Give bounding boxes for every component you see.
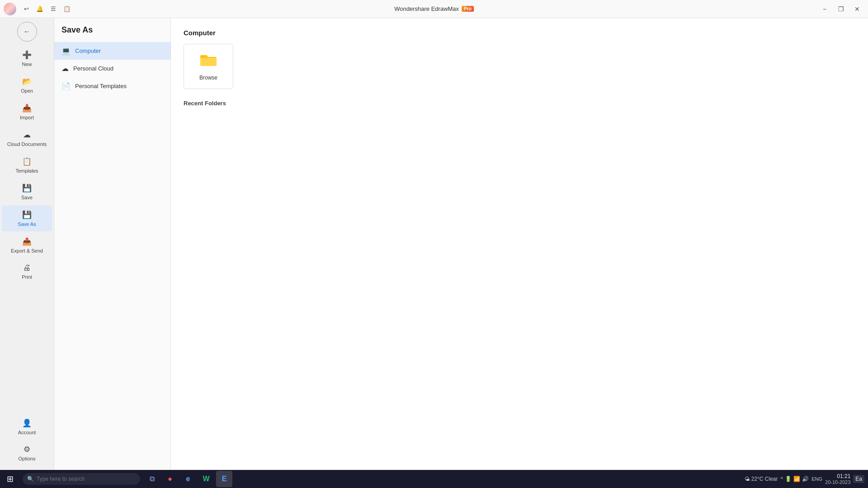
taskbar: ⊞ 🔍 ⧉ ● e W E 🌤 22°C Clear ^ 🔋 📶 🔊 ENG 0… xyxy=(0,470,868,488)
pro-badge: Pro xyxy=(462,6,474,12)
clock-time: 01:21 xyxy=(825,473,850,479)
main-content: Computer Browse Recent Folders xyxy=(171,18,868,470)
sidebar-label-export: Export & Send xyxy=(11,248,43,253)
print-icon: 🖨 xyxy=(23,263,31,272)
import-icon: 📥 xyxy=(22,103,32,113)
tray-chevron-icon[interactable]: ^ xyxy=(781,476,783,482)
save-icon: 💾 xyxy=(22,183,32,193)
close-button[interactable]: ✕ xyxy=(850,2,864,16)
word-button[interactable]: W xyxy=(198,471,214,487)
export-icon: 📤 xyxy=(22,237,32,246)
sidebar-item-import[interactable]: 📥 Import xyxy=(2,99,52,125)
search-input[interactable] xyxy=(37,476,127,482)
sidebar-item-options[interactable]: ⚙ Options xyxy=(2,440,52,466)
browse-card[interactable]: Browse xyxy=(184,44,233,89)
app-title-area: Wondershare EdrawMax Pro xyxy=(394,5,474,12)
sidebar-bottom: 👤 Account ⚙ Options xyxy=(0,413,54,466)
sidebar-item-new[interactable]: ➕ New xyxy=(2,46,52,71)
save-as-title: Save As xyxy=(54,25,170,42)
sidebar-label-import: Import xyxy=(20,115,34,120)
bell-icon[interactable]: 🔔 xyxy=(33,3,46,15)
sidebar-item-save[interactable]: 💾 Save xyxy=(2,179,52,205)
sidebar-label-save: Save xyxy=(21,195,33,200)
sidebar-label-open: Open xyxy=(21,88,33,94)
network-icon[interactable]: 📶 xyxy=(793,476,800,482)
sidebar-item-templates[interactable]: 📋 Templates xyxy=(2,152,52,178)
sidebar-item-account[interactable]: 👤 Account xyxy=(2,414,52,440)
taskbar-apps: ⧉ ● e W E xyxy=(144,471,232,487)
clock-display: 01:21 20-10-2023 xyxy=(825,473,850,485)
sidebar-item-open[interactable]: 📂 Open xyxy=(2,72,52,98)
clipboard-icon[interactable]: 📋 xyxy=(61,3,73,15)
save-option-computer[interactable]: 💻 Computer xyxy=(54,42,170,60)
cloud-icon: ☁ xyxy=(23,130,31,140)
minimize-button[interactable]: − xyxy=(817,2,832,16)
battery-icon[interactable]: 🔋 xyxy=(785,476,792,482)
recent-folders-title: Recent Folders xyxy=(184,100,855,107)
weather-display: 🌤 22°C Clear xyxy=(745,476,778,482)
titlebar-toolbar: ↩ 🔔 ☰ 📋 xyxy=(4,3,73,15)
edraw-button[interactable]: E xyxy=(216,471,232,487)
titlebar: ↩ 🔔 ☰ 📋 Wondershare EdrawMax Pro − ❐ ✕ xyxy=(0,0,868,18)
ea-badge: Ea xyxy=(853,475,864,483)
sys-tray-icons: ^ 🔋 📶 🔊 xyxy=(781,476,809,482)
clock-date: 20-10-2023 xyxy=(825,479,850,485)
back-button[interactable]: ← xyxy=(17,22,37,42)
save-as-panel: Save As 💻 Computer ☁ Personal Cloud 📄 Pe… xyxy=(54,18,171,470)
sidebar-label-account: Account xyxy=(18,430,36,435)
menu-icon[interactable]: ☰ xyxy=(47,3,60,15)
sidebar-label-saveas: Save As xyxy=(18,221,36,227)
app-title: Wondershare EdrawMax xyxy=(394,5,459,12)
sidebar-label-print: Print xyxy=(22,274,32,280)
language-indicator: ENG xyxy=(811,476,822,482)
options-icon: ⚙ xyxy=(24,445,30,454)
start-button[interactable]: ⊞ xyxy=(0,470,20,488)
open-icon: 📂 xyxy=(22,77,32,86)
task-view-button[interactable]: ⧉ xyxy=(144,471,160,487)
app-body: ← ➕ New 📂 Open 📥 Import ☁ Cloud Document… xyxy=(0,18,868,470)
save-option-personal-templates-label: Personal Templates xyxy=(75,83,127,89)
sidebar-label-cloud: Cloud Documents xyxy=(7,141,47,147)
edge-button[interactable]: e xyxy=(180,471,196,487)
sidebar-label-new: New xyxy=(22,61,32,67)
personal-cloud-icon: ☁ xyxy=(61,64,69,73)
account-icon: 👤 xyxy=(22,418,32,428)
restore-button[interactable]: ❐ xyxy=(834,2,848,16)
window-controls: − ❐ ✕ xyxy=(817,2,864,16)
volume-icon[interactable]: 🔊 xyxy=(802,476,809,482)
chrome-button[interactable]: ● xyxy=(162,471,178,487)
weather-text: 22°C Clear xyxy=(751,476,778,482)
sidebar-item-print[interactable]: 🖨 Print xyxy=(2,259,52,284)
new-icon: ➕ xyxy=(22,50,32,60)
search-icon: 🔍 xyxy=(27,476,34,482)
save-option-personal-cloud-label: Personal Cloud xyxy=(73,65,113,72)
save-option-personal-templates[interactable]: 📄 Personal Templates xyxy=(54,77,170,95)
avatar xyxy=(4,3,16,15)
browse-label: Browse xyxy=(199,75,217,81)
save-option-personal-cloud[interactable]: ☁ Personal Cloud xyxy=(54,60,170,77)
undo-icon[interactable]: ↩ xyxy=(20,3,33,15)
sidebar-label-templates: Templates xyxy=(15,168,38,174)
templates-icon: 📋 xyxy=(22,157,32,166)
section-title: Computer xyxy=(184,29,855,37)
computer-icon: 💻 xyxy=(61,47,71,55)
folder-icon xyxy=(199,52,217,71)
sidebar-item-saveas[interactable]: 💾 Save As xyxy=(2,206,52,231)
sidebar-item-cloud[interactable]: ☁ Cloud Documents xyxy=(2,126,52,151)
saveas-icon: 💾 xyxy=(22,210,32,220)
save-option-computer-label: Computer xyxy=(75,47,101,54)
weather-icon: 🌤 xyxy=(745,476,750,482)
taskbar-right: 🌤 22°C Clear ^ 🔋 📶 🔊 ENG 01:21 20-10-202… xyxy=(745,473,864,485)
personal-templates-icon: 📄 xyxy=(61,82,71,90)
sidebar-item-export[interactable]: 📤 Export & Send xyxy=(2,232,52,258)
sidebar-label-options: Options xyxy=(19,456,36,461)
taskbar-search-box[interactable]: 🔍 xyxy=(23,473,140,485)
sidebar: ← ➕ New 📂 Open 📥 Import ☁ Cloud Document… xyxy=(0,18,54,470)
